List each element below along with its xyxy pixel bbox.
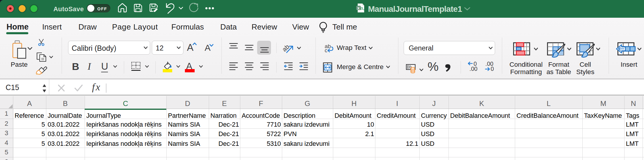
svg-text:0: 0: [491, 66, 494, 71]
svg-text:a,: a,: [360, 5, 364, 11]
svg-text:c: c: [325, 47, 328, 53]
svg-text:x: x: [357, 6, 360, 10]
svg-text:.00: .00: [469, 66, 477, 71]
